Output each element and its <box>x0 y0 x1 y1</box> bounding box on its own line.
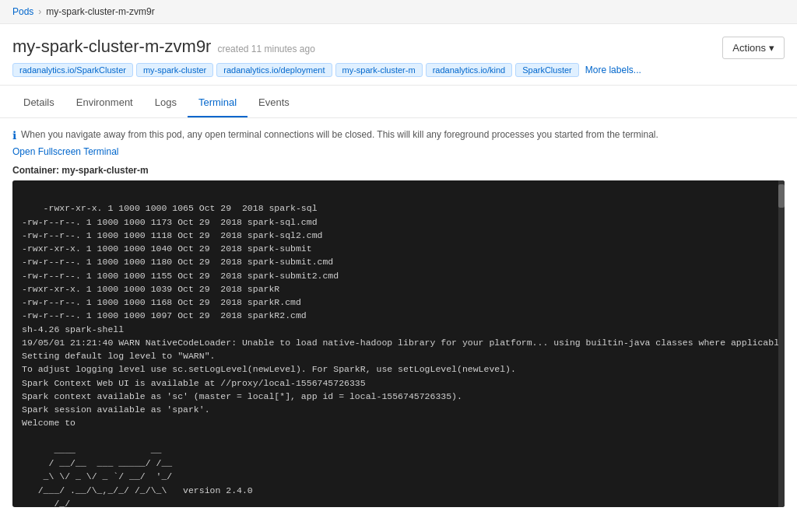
breadcrumb-separator: › <box>38 6 41 17</box>
label-tag: radanalytics.io/kind <box>426 63 513 77</box>
page-title: my-spark-cluster-m-zvm9r <box>12 37 211 57</box>
actions-chevron-icon: ▾ <box>769 42 774 54</box>
page-header: my-spark-cluster-m-zvm9r created 11 minu… <box>0 24 797 86</box>
breadcrumb: Pods › my-spark-cluster-m-zvm9r <box>0 0 797 24</box>
breadcrumb-pods-link[interactable]: Pods <box>12 6 33 17</box>
page-subtitle: created 11 minutes ago <box>217 44 314 54</box>
info-message: When you navigate away from this pod, an… <box>21 129 658 140</box>
tabs-bar: DetailsEnvironmentLogsTerminalEvents <box>0 89 797 118</box>
label-tag: my-spark-cluster-m <box>335 63 423 77</box>
breadcrumb-current: my-spark-cluster-m-zvm9r <box>46 6 154 17</box>
label-tag: radanalytics.io/SparkCluster <box>12 63 133 77</box>
tab-environment[interactable]: Environment <box>65 89 144 117</box>
label-tag: my-spark-cluster <box>136 63 213 77</box>
actions-button[interactable]: Actions ▾ <box>722 37 785 59</box>
content-area: ℹ When you navigate away from this pod, … <box>0 118 797 507</box>
info-icon: ℹ <box>12 129 16 142</box>
container-label: Container: my-spark-cluster-m <box>12 165 785 176</box>
terminal-wrapper[interactable]: -rwxr-xr-x. 1 1000 1000 1065 Oct 29 2018… <box>12 180 785 507</box>
label-tag: SparkCluster <box>515 63 579 77</box>
page-title-row: my-spark-cluster-m-zvm9r created 11 minu… <box>12 37 641 57</box>
tab-terminal[interactable]: Terminal <box>188 89 248 117</box>
more-labels-link[interactable]: More labels... <box>585 65 641 75</box>
info-banner: ℹ When you navigate away from this pod, … <box>12 129 785 142</box>
terminal-scrollbar[interactable] <box>778 180 785 507</box>
page-title-area: my-spark-cluster-m-zvm9r created 11 minu… <box>12 37 641 77</box>
open-fullscreen-link[interactable]: Open Fullscreen Terminal <box>12 146 785 157</box>
terminal-scrollbar-thumb[interactable] <box>778 184 785 208</box>
actions-label: Actions <box>732 42 766 54</box>
terminal-content[interactable]: -rwxr-xr-x. 1 1000 1000 1065 Oct 29 2018… <box>12 180 785 507</box>
tab-details[interactable]: Details <box>12 89 65 117</box>
tab-logs[interactable]: Logs <box>144 89 188 117</box>
label-tag: radanalytics.io/deployment <box>216 63 332 77</box>
labels-row: radanalytics.io/SparkClustermy-spark-clu… <box>12 63 641 77</box>
tab-events[interactable]: Events <box>248 89 300 117</box>
